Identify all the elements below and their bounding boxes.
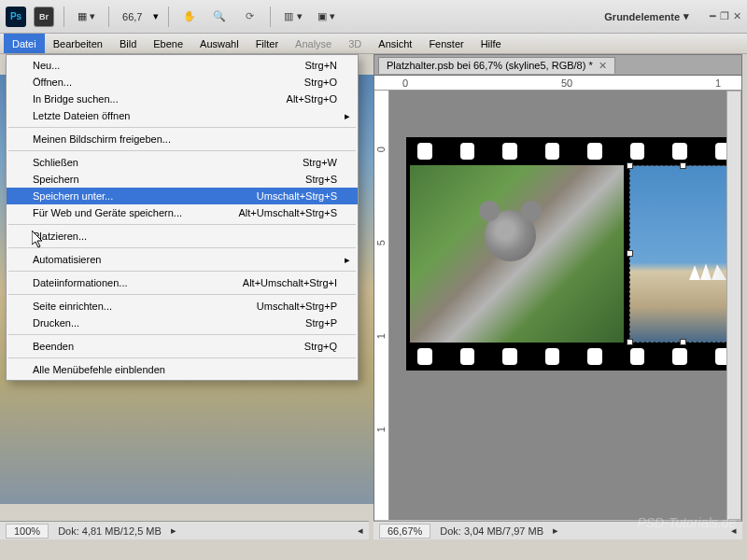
menu-platzieren[interactable]: Platzieren... — [7, 228, 358, 245]
separator — [8, 247, 356, 248]
menu-web-speichern[interactable]: Für Web und Geräte speichern...Alt+Umsch… — [7, 204, 358, 221]
vertical-scrollbar[interactable] — [726, 91, 741, 520]
document-tab-bar: Platzhalter.psb bei 66,7% (skyline5, RGB… — [374, 55, 741, 76]
separator — [168, 7, 169, 27]
horizontal-ruler: 0 50 1 — [374, 76, 741, 91]
menu-oeffnen[interactable]: Öffnen...Strg+O — [7, 74, 358, 91]
close-tab-icon[interactable]: ✕ — [599, 60, 607, 72]
menu-neu[interactable]: Neu...Strg+N — [7, 57, 358, 74]
canvas[interactable] — [389, 91, 726, 520]
separator — [63, 7, 64, 27]
zoom-down-icon[interactable]: ▾ — [153, 10, 159, 22]
menu-analyse[interactable]: Analyse — [287, 34, 340, 53]
document-tab[interactable]: Platzhalter.psb bei 66,7% (skyline5, RGB… — [378, 57, 615, 74]
separator — [8, 271, 356, 272]
minimize-icon[interactable]: ━ — [710, 10, 716, 22]
menu-bridge-suchen[interactable]: In Bridge suchen...Alt+Strg+O — [7, 91, 358, 107]
menu-datei[interactable]: Datei — [4, 34, 45, 53]
screen-mode-dropdown[interactable]: ▣ ▾ — [314, 10, 339, 22]
scroll-left-icon[interactable]: ◂ — [358, 525, 363, 537]
menu-dateiinformationen[interactable]: Dateiinformationen...Alt+Umschalt+Strg+I — [7, 274, 358, 291]
film-strip-graphic — [406, 137, 726, 371]
separator — [8, 150, 356, 151]
separator — [8, 127, 356, 128]
chevron-right-icon[interactable]: ▸ — [171, 525, 176, 537]
menu-ebene[interactable]: Ebene — [145, 34, 191, 53]
menu-filter[interactable]: Filter — [247, 34, 287, 53]
menu-speichern-unter[interactable]: Speichern unter...Umschalt+Strg+S — [7, 188, 358, 204]
zoom-field[interactable]: 66,67% — [379, 524, 430, 539]
menu-beenden[interactable]: BeendenStrg+Q — [7, 338, 358, 355]
separator — [8, 357, 356, 358]
workspace-selector[interactable]: Grundelemente▾ — [599, 10, 695, 22]
restore-icon[interactable]: ❐ — [720, 10, 729, 22]
doc-size-readout: Dok: 4,81 MB/12,5 MB — [58, 525, 162, 537]
bridge-icon[interactable]: Br — [34, 7, 54, 27]
vertical-ruler: 0 5 1 1 — [374, 91, 389, 520]
separator — [8, 334, 356, 335]
menu-auswahl[interactable]: Auswahl — [191, 34, 247, 53]
menu-schliessen[interactable]: SchließenStrg+W — [7, 154, 358, 171]
photo-sydney-selected[interactable] — [629, 165, 726, 343]
menu-seite-einrichten[interactable]: Seite einrichten...Umschalt+Strg+P — [7, 298, 358, 315]
menu-automatisieren[interactable]: Automatisieren▸ — [7, 251, 358, 268]
menu-bildschirm-freigeben[interactable]: Meinen Bildschirm freigeben... — [7, 131, 358, 147]
separator — [8, 224, 356, 225]
photo-koala — [410, 165, 624, 343]
arrange-docs-dropdown[interactable]: ▥ ▾ — [280, 10, 305, 22]
submenu-arrow-icon: ▸ — [345, 254, 350, 266]
menu-drucken[interactable]: Drucken...Strg+P — [7, 315, 358, 331]
submenu-arrow-icon: ▸ — [345, 110, 350, 122]
menu-3d[interactable]: 3D — [340, 34, 370, 53]
menu-bar: Datei Bearbeiten Bild Ebene Auswahl Filt… — [0, 34, 747, 54]
menu-letzte-dateien[interactable]: Letzte Dateien öffnen▸ — [7, 107, 358, 124]
datei-dropdown-menu: Neu...Strg+N Öffnen...Strg+O In Bridge s… — [6, 54, 359, 381]
menu-fenster[interactable]: Fenster — [420, 34, 472, 53]
watermark: PSD-Tutorials.de — [637, 515, 736, 530]
menu-alle-befehle[interactable]: Alle Menübefehle einblenden — [7, 361, 358, 378]
chevron-right-icon[interactable]: ▸ — [553, 525, 558, 537]
app-toolbar: Ps Br ▦ ▾ 66,7 ▾ ✋ 🔍 ⟳ ▥ ▾ ▣ ▾ Grundelem… — [0, 0, 747, 34]
separator — [108, 7, 109, 27]
document-window-right: Platzhalter.psb bei 66,7% (skyline5, RGB… — [374, 54, 742, 539]
photoshop-icon[interactable]: Ps — [6, 7, 26, 27]
window-layout-dropdown[interactable]: ▦ ▾ — [74, 10, 99, 22]
separator — [270, 7, 271, 27]
doc-size-readout: Dok: 3,04 MB/7,97 MB — [440, 525, 543, 537]
zoom-field[interactable]: 100% — [6, 524, 49, 539]
zoom-tool-icon[interactable]: 🔍 — [208, 6, 231, 28]
hand-tool-icon[interactable]: ✋ — [178, 6, 201, 28]
close-icon[interactable]: ✕ — [733, 10, 741, 22]
menu-bild[interactable]: Bild — [111, 34, 145, 53]
chevron-down-icon: ▾ — [684, 10, 689, 22]
rotate-view-icon[interactable]: ⟳ — [238, 6, 261, 28]
separator — [8, 294, 356, 295]
tab-title: Platzhalter.psb bei 66,7% (skyline5, RGB… — [387, 60, 593, 71]
menu-bearbeiten[interactable]: Bearbeiten — [45, 34, 111, 53]
menu-speichern[interactable]: SpeichernStrg+S — [7, 171, 358, 188]
menu-hilfe[interactable]: Hilfe — [472, 34, 510, 53]
menu-ansicht[interactable]: Ansicht — [370, 34, 420, 53]
zoom-value[interactable]: 66,7 — [119, 11, 146, 22]
status-bar-left: 100% Dok: 4,81 MB/12,5 MB ▸ ◂ — [0, 521, 369, 539]
